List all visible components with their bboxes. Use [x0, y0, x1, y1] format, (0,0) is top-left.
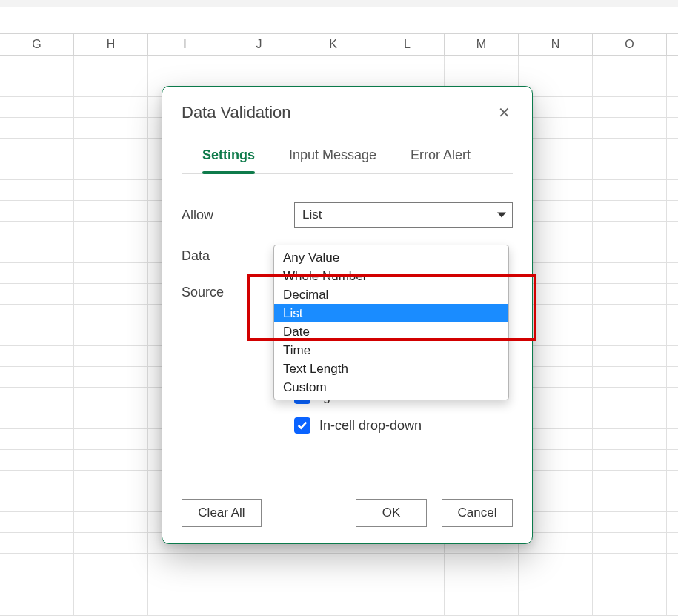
cell[interactable] [593, 56, 667, 76]
cell[interactable] [667, 574, 678, 595]
cell[interactable] [667, 222, 678, 242]
cell[interactable] [222, 56, 296, 76]
col-header[interactable]: M [445, 34, 519, 55]
cell[interactable] [74, 554, 148, 574]
cell[interactable] [519, 574, 593, 595]
cell[interactable] [74, 305, 148, 325]
cell[interactable] [74, 76, 148, 96]
cell[interactable] [667, 159, 678, 179]
cell[interactable] [74, 429, 148, 449]
cell[interactable] [667, 429, 678, 449]
cell[interactable] [667, 388, 678, 408]
cell[interactable] [0, 471, 74, 491]
cell[interactable] [296, 595, 370, 615]
cell[interactable] [0, 305, 74, 325]
cell[interactable] [74, 139, 148, 159]
allow-option[interactable]: Time [274, 341, 508, 360]
cell[interactable] [667, 491, 678, 511]
cell[interactable] [0, 346, 74, 366]
cell[interactable] [593, 201, 667, 221]
cell[interactable] [593, 471, 667, 491]
allow-select[interactable]: List [294, 202, 513, 228]
cell[interactable] [296, 56, 370, 76]
cell[interactable] [0, 201, 74, 221]
cell[interactable] [0, 574, 74, 595]
cell[interactable] [74, 533, 148, 553]
cell[interactable] [593, 118, 667, 138]
tab-settings[interactable]: Settings [202, 148, 255, 173]
tab-error-alert[interactable]: Error Alert [411, 148, 471, 173]
cell[interactable] [370, 56, 445, 76]
close-icon[interactable]: ✕ [495, 104, 513, 122]
cell[interactable] [667, 367, 678, 387]
cell[interactable] [74, 346, 148, 366]
cell[interactable] [593, 242, 667, 262]
cell[interactable] [296, 574, 370, 595]
cell[interactable] [667, 554, 678, 574]
cell[interactable] [667, 56, 678, 76]
cell[interactable] [74, 574, 148, 595]
cell[interactable] [74, 595, 148, 615]
cell[interactable] [74, 242, 148, 262]
cell[interactable] [0, 388, 74, 408]
col-header[interactable]: O [593, 34, 667, 55]
cell[interactable] [593, 222, 667, 242]
cell[interactable] [0, 97, 74, 117]
tab-input-message[interactable]: Input Message [289, 148, 376, 173]
cell[interactable] [74, 56, 148, 76]
allow-option[interactable]: Text Length [274, 360, 508, 378]
cancel-button[interactable]: Cancel [442, 499, 513, 527]
cell[interactable] [593, 367, 667, 387]
in-cell-dropdown-checkbox[interactable] [294, 417, 310, 434]
cell[interactable] [74, 97, 148, 117]
cell[interactable] [593, 595, 667, 615]
cell[interactable] [148, 595, 222, 615]
cell[interactable] [222, 554, 296, 574]
cell[interactable] [593, 325, 667, 345]
cell[interactable] [222, 595, 296, 615]
cell[interactable] [74, 388, 148, 408]
cell[interactable] [370, 554, 445, 574]
cell[interactable] [593, 491, 667, 511]
allow-option[interactable]: List [274, 304, 508, 322]
cell[interactable] [593, 574, 667, 595]
col-header[interactable]: G [0, 34, 74, 55]
allow-option[interactable]: Date [274, 322, 508, 341]
cell[interactable] [593, 180, 667, 200]
cell[interactable] [0, 76, 74, 96]
allow-option[interactable]: Whole Number [274, 267, 508, 285]
cell[interactable] [593, 159, 667, 179]
cell[interactable] [667, 201, 678, 221]
cell[interactable] [445, 554, 519, 574]
cell[interactable] [74, 367, 148, 387]
col-header[interactable]: J [222, 34, 296, 55]
cell[interactable] [593, 429, 667, 449]
cell[interactable] [370, 595, 445, 615]
cell[interactable] [593, 533, 667, 553]
cell[interactable] [593, 284, 667, 304]
cell[interactable] [519, 595, 593, 615]
cell[interactable] [445, 595, 519, 615]
cell[interactable] [74, 222, 148, 242]
col-header[interactable]: K [296, 34, 370, 55]
cell[interactable] [593, 76, 667, 96]
cell[interactable] [593, 263, 667, 283]
cell[interactable] [0, 325, 74, 345]
cell[interactable] [593, 512, 667, 532]
cell[interactable] [0, 242, 74, 262]
cell[interactable] [445, 56, 519, 76]
cell[interactable] [667, 76, 678, 96]
cell[interactable] [667, 346, 678, 366]
allow-option[interactable]: Decimal [274, 285, 508, 304]
col-header[interactable]: N [519, 34, 593, 55]
cell[interactable] [0, 533, 74, 553]
cell[interactable] [593, 346, 667, 366]
cell[interactable] [0, 263, 74, 283]
ok-button[interactable]: OK [356, 499, 427, 527]
cell[interactable] [0, 554, 74, 574]
clear-all-button[interactable]: Clear All [182, 499, 262, 527]
cell[interactable] [74, 471, 148, 491]
cell[interactable] [74, 450, 148, 470]
cell[interactable] [222, 574, 296, 595]
cell[interactable] [0, 450, 74, 470]
